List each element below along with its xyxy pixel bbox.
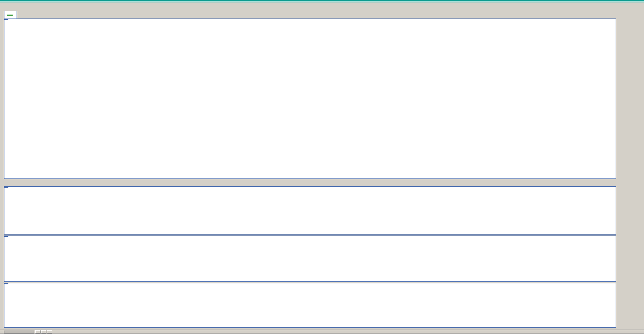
scroll-button-1[interactable] bbox=[35, 330, 41, 334]
macd-pane-header bbox=[4, 236, 8, 237]
macd-pane[interactable] bbox=[4, 236, 616, 282]
stochastic-pane-header bbox=[4, 187, 8, 188]
scroll-button-2[interactable] bbox=[41, 330, 46, 334]
tab-series-dash-icon bbox=[7, 15, 13, 16]
scroll-button-3[interactable] bbox=[47, 330, 52, 334]
window-top-edge bbox=[0, 0, 644, 3]
stochastic-pane[interactable] bbox=[4, 186, 616, 235]
volume-pane[interactable] bbox=[4, 283, 616, 328]
symbol-tab[interactable] bbox=[4, 11, 17, 19]
price-pane-header bbox=[4, 19, 8, 20]
volume-pane-header bbox=[4, 283, 8, 284]
price-pane[interactable] bbox=[4, 19, 616, 179]
chart-window bbox=[0, 0, 644, 334]
